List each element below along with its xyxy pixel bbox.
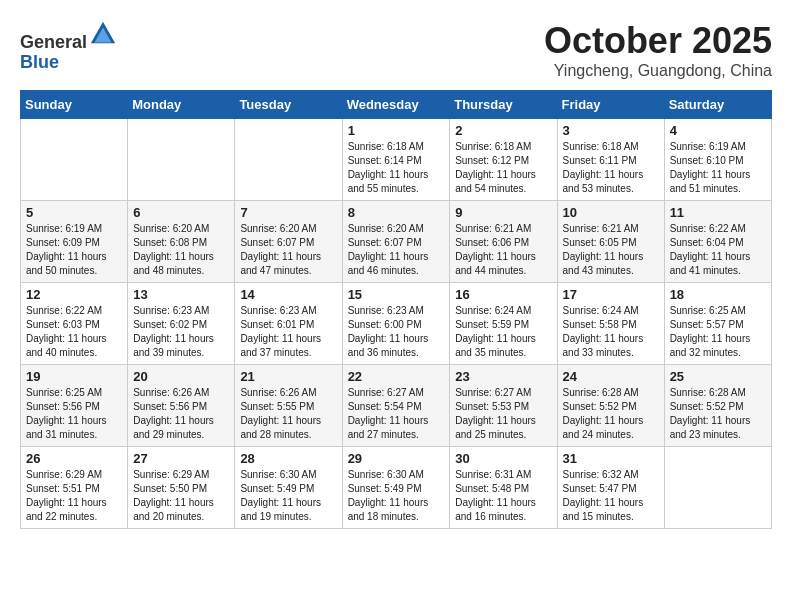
day-info: Sunrise: 6:24 AM Sunset: 5:58 PM Dayligh… [563, 304, 659, 360]
day-info: Sunrise: 6:26 AM Sunset: 5:55 PM Dayligh… [240, 386, 336, 442]
day-info: Sunrise: 6:23 AM Sunset: 6:01 PM Dayligh… [240, 304, 336, 360]
calendar-day-cell: 8Sunrise: 6:20 AM Sunset: 6:07 PM Daylig… [342, 201, 450, 283]
day-number: 31 [563, 451, 659, 466]
day-info: Sunrise: 6:21 AM Sunset: 6:05 PM Dayligh… [563, 222, 659, 278]
calendar-day-cell [235, 119, 342, 201]
day-number: 24 [563, 369, 659, 384]
day-number: 23 [455, 369, 551, 384]
day-number: 18 [670, 287, 766, 302]
calendar-day-cell: 2Sunrise: 6:18 AM Sunset: 6:12 PM Daylig… [450, 119, 557, 201]
day-info: Sunrise: 6:31 AM Sunset: 5:48 PM Dayligh… [455, 468, 551, 524]
logo: General Blue [20, 20, 117, 73]
weekday-header-cell: Saturday [664, 91, 771, 119]
calendar-day-cell: 24Sunrise: 6:28 AM Sunset: 5:52 PM Dayli… [557, 365, 664, 447]
day-number: 14 [240, 287, 336, 302]
calendar-day-cell [128, 119, 235, 201]
day-number: 5 [26, 205, 122, 220]
calendar-day-cell: 27Sunrise: 6:29 AM Sunset: 5:50 PM Dayli… [128, 447, 235, 529]
weekday-header-cell: Monday [128, 91, 235, 119]
day-number: 19 [26, 369, 122, 384]
day-info: Sunrise: 6:19 AM Sunset: 6:09 PM Dayligh… [26, 222, 122, 278]
location: Yingcheng, Guangdong, China [544, 62, 772, 80]
day-number: 17 [563, 287, 659, 302]
calendar-day-cell: 7Sunrise: 6:20 AM Sunset: 6:07 PM Daylig… [235, 201, 342, 283]
day-number: 22 [348, 369, 445, 384]
calendar-day-cell: 22Sunrise: 6:27 AM Sunset: 5:54 PM Dayli… [342, 365, 450, 447]
day-info: Sunrise: 6:19 AM Sunset: 6:10 PM Dayligh… [670, 140, 766, 196]
day-info: Sunrise: 6:29 AM Sunset: 5:51 PM Dayligh… [26, 468, 122, 524]
day-number: 15 [348, 287, 445, 302]
day-info: Sunrise: 6:30 AM Sunset: 5:49 PM Dayligh… [348, 468, 445, 524]
day-number: 28 [240, 451, 336, 466]
day-info: Sunrise: 6:26 AM Sunset: 5:56 PM Dayligh… [133, 386, 229, 442]
day-info: Sunrise: 6:23 AM Sunset: 6:00 PM Dayligh… [348, 304, 445, 360]
day-number: 11 [670, 205, 766, 220]
logo-blue: Blue [20, 52, 59, 72]
calendar-day-cell: 5Sunrise: 6:19 AM Sunset: 6:09 PM Daylig… [21, 201, 128, 283]
calendar-week-row: 12Sunrise: 6:22 AM Sunset: 6:03 PM Dayli… [21, 283, 772, 365]
calendar-day-cell: 26Sunrise: 6:29 AM Sunset: 5:51 PM Dayli… [21, 447, 128, 529]
day-number: 7 [240, 205, 336, 220]
day-info: Sunrise: 6:27 AM Sunset: 5:53 PM Dayligh… [455, 386, 551, 442]
weekday-header-cell: Friday [557, 91, 664, 119]
day-info: Sunrise: 6:28 AM Sunset: 5:52 PM Dayligh… [563, 386, 659, 442]
month-title: October 2025 [544, 20, 772, 62]
logo-icon [89, 20, 117, 48]
calendar-day-cell: 17Sunrise: 6:24 AM Sunset: 5:58 PM Dayli… [557, 283, 664, 365]
calendar-day-cell: 10Sunrise: 6:21 AM Sunset: 6:05 PM Dayli… [557, 201, 664, 283]
day-number: 4 [670, 123, 766, 138]
day-number: 10 [563, 205, 659, 220]
day-number: 21 [240, 369, 336, 384]
calendar-week-row: 26Sunrise: 6:29 AM Sunset: 5:51 PM Dayli… [21, 447, 772, 529]
day-info: Sunrise: 6:18 AM Sunset: 6:12 PM Dayligh… [455, 140, 551, 196]
calendar-day-cell: 21Sunrise: 6:26 AM Sunset: 5:55 PM Dayli… [235, 365, 342, 447]
day-info: Sunrise: 6:22 AM Sunset: 6:03 PM Dayligh… [26, 304, 122, 360]
day-number: 8 [348, 205, 445, 220]
calendar-body: 1Sunrise: 6:18 AM Sunset: 6:14 PM Daylig… [21, 119, 772, 529]
calendar-day-cell: 3Sunrise: 6:18 AM Sunset: 6:11 PM Daylig… [557, 119, 664, 201]
weekday-header-cell: Wednesday [342, 91, 450, 119]
day-number: 2 [455, 123, 551, 138]
calendar-day-cell: 25Sunrise: 6:28 AM Sunset: 5:52 PM Dayli… [664, 365, 771, 447]
day-info: Sunrise: 6:27 AM Sunset: 5:54 PM Dayligh… [348, 386, 445, 442]
day-info: Sunrise: 6:20 AM Sunset: 6:08 PM Dayligh… [133, 222, 229, 278]
calendar-day-cell: 31Sunrise: 6:32 AM Sunset: 5:47 PM Dayli… [557, 447, 664, 529]
calendar-day-cell: 18Sunrise: 6:25 AM Sunset: 5:57 PM Dayli… [664, 283, 771, 365]
day-number: 12 [26, 287, 122, 302]
day-number: 29 [348, 451, 445, 466]
day-info: Sunrise: 6:18 AM Sunset: 6:14 PM Dayligh… [348, 140, 445, 196]
calendar-day-cell: 11Sunrise: 6:22 AM Sunset: 6:04 PM Dayli… [664, 201, 771, 283]
weekday-header-cell: Thursday [450, 91, 557, 119]
logo-general: General [20, 32, 87, 52]
day-info: Sunrise: 6:29 AM Sunset: 5:50 PM Dayligh… [133, 468, 229, 524]
day-number: 20 [133, 369, 229, 384]
weekday-header-cell: Tuesday [235, 91, 342, 119]
day-number: 3 [563, 123, 659, 138]
calendar-day-cell: 12Sunrise: 6:22 AM Sunset: 6:03 PM Dayli… [21, 283, 128, 365]
calendar-week-row: 19Sunrise: 6:25 AM Sunset: 5:56 PM Dayli… [21, 365, 772, 447]
calendar-day-cell: 28Sunrise: 6:30 AM Sunset: 5:49 PM Dayli… [235, 447, 342, 529]
day-number: 27 [133, 451, 229, 466]
calendar-day-cell: 23Sunrise: 6:27 AM Sunset: 5:53 PM Dayli… [450, 365, 557, 447]
day-number: 9 [455, 205, 551, 220]
weekday-header-row: SundayMondayTuesdayWednesdayThursdayFrid… [21, 91, 772, 119]
calendar-day-cell: 6Sunrise: 6:20 AM Sunset: 6:08 PM Daylig… [128, 201, 235, 283]
day-number: 13 [133, 287, 229, 302]
calendar-day-cell: 1Sunrise: 6:18 AM Sunset: 6:14 PM Daylig… [342, 119, 450, 201]
day-info: Sunrise: 6:18 AM Sunset: 6:11 PM Dayligh… [563, 140, 659, 196]
day-info: Sunrise: 6:23 AM Sunset: 6:02 PM Dayligh… [133, 304, 229, 360]
day-info: Sunrise: 6:22 AM Sunset: 6:04 PM Dayligh… [670, 222, 766, 278]
day-info: Sunrise: 6:25 AM Sunset: 5:57 PM Dayligh… [670, 304, 766, 360]
page-header: General Blue October 2025 Yingcheng, Gua… [20, 20, 772, 80]
calendar-day-cell: 15Sunrise: 6:23 AM Sunset: 6:00 PM Dayli… [342, 283, 450, 365]
calendar-day-cell: 29Sunrise: 6:30 AM Sunset: 5:49 PM Dayli… [342, 447, 450, 529]
calendar-day-cell [21, 119, 128, 201]
weekday-header-cell: Sunday [21, 91, 128, 119]
calendar-day-cell: 4Sunrise: 6:19 AM Sunset: 6:10 PM Daylig… [664, 119, 771, 201]
title-block: October 2025 Yingcheng, Guangdong, China [544, 20, 772, 80]
calendar-week-row: 5Sunrise: 6:19 AM Sunset: 6:09 PM Daylig… [21, 201, 772, 283]
day-info: Sunrise: 6:21 AM Sunset: 6:06 PM Dayligh… [455, 222, 551, 278]
day-info: Sunrise: 6:20 AM Sunset: 6:07 PM Dayligh… [240, 222, 336, 278]
calendar-day-cell: 14Sunrise: 6:23 AM Sunset: 6:01 PM Dayli… [235, 283, 342, 365]
calendar-day-cell [664, 447, 771, 529]
